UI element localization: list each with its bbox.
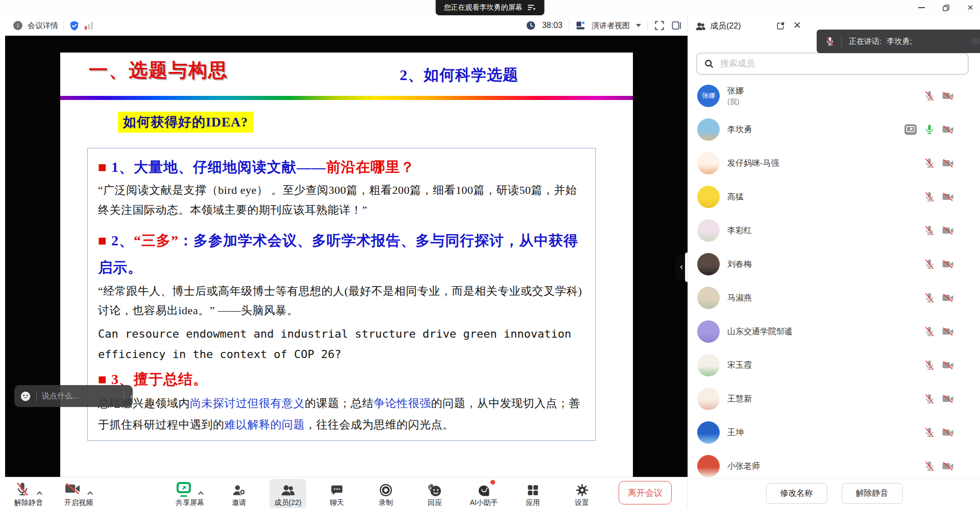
toolbar-item-chat[interactable]: 聊天	[318, 479, 355, 508]
member-row[interactable]: 王慧新	[688, 382, 980, 416]
mic-muted-icon	[924, 360, 935, 371]
toolbar-item-ai[interactable]: AI小助手	[465, 479, 502, 508]
quick-chat-input[interactable]: 说点什么... ‹	[14, 385, 133, 407]
toolbar-item-mic-muted[interactable]: 解除静音	[10, 479, 47, 508]
member-name: 高猛	[727, 192, 744, 202]
toolbar-item-apps[interactable]: 应用	[514, 479, 551, 508]
idea-highlight-label: 如何获得好的IDEA?	[118, 112, 253, 133]
members-icon	[695, 21, 706, 31]
slide-title-right: 2、如何科学选题	[400, 65, 519, 86]
member-row[interactable]: 王坤	[688, 416, 980, 449]
avatar	[697, 287, 720, 309]
toolbar-item-cam-off[interactable]: 开启视频	[60, 479, 97, 508]
camera-off-icon	[942, 460, 954, 472]
avatar	[697, 320, 720, 343]
shield-check-icon[interactable]	[69, 20, 80, 31]
member-name: 小张老师	[727, 461, 760, 472]
search-input[interactable]	[719, 58, 961, 69]
panel-unmute-button[interactable]: 解除静音	[842, 483, 903, 504]
avatar	[697, 118, 720, 141]
camera-off-icon	[942, 393, 954, 405]
speaking-banner: 正在讲话: 李坎勇;	[817, 30, 980, 53]
member-row[interactable]: 山东交通学院邹谧	[688, 315, 980, 348]
member-name: 张娜	[727, 86, 744, 96]
member-name: 李坎勇	[727, 124, 752, 135]
toolbar-item-members[interactable]: 成员(22)	[270, 479, 306, 508]
toolbar-item-label: 成员(22)	[275, 498, 302, 507]
member-row[interactable]: 宋玉霞	[688, 348, 980, 382]
member-search-box[interactable]	[696, 53, 969, 75]
chevron-up-icon[interactable]	[198, 491, 204, 495]
toolbar-item-record[interactable]: 录制	[368, 479, 404, 508]
member-row[interactable]: 发仔妈咪-马强	[688, 146, 980, 180]
muted-mic-icon	[825, 36, 835, 46]
view-mode-selector[interactable]: 演讲者视图	[592, 21, 630, 31]
chevron-down-icon[interactable]	[636, 24, 641, 27]
camera-off-icon	[942, 292, 954, 304]
member-row[interactable]: 李彩红	[688, 214, 980, 247]
bottom-toolbar: 解除静音开启视频 共享屏幕邀请成员(22)聊天录制回应AI小助手应用设置 离开会…	[0, 477, 688, 508]
close-panel-icon[interactable]: ✕	[793, 19, 801, 31]
text-segment: 1、大量地、仔细地阅读文献——	[111, 159, 326, 175]
member-name: 刘春梅	[727, 259, 752, 270]
camera-off-icon	[942, 426, 954, 439]
apps-icon	[526, 484, 540, 497]
text-segment: 难以解释的问题	[225, 418, 305, 431]
screen-share-title-pill[interactable]: 您正在观看李坎勇的屏幕	[436, 0, 545, 15]
toolbar-item-gear[interactable]: 设置	[564, 479, 600, 508]
share-list-icon[interactable]	[528, 4, 536, 11]
restore-button[interactable]	[941, 3, 950, 12]
chevron-up-icon[interactable]	[36, 491, 43, 495]
toolbar-item-invite[interactable]: 邀请	[220, 479, 257, 508]
mic-on-icon	[924, 124, 935, 135]
toolbar-item-share-screen[interactable]: 共享屏幕	[172, 479, 208, 508]
fullscreen-icon[interactable]	[654, 20, 665, 31]
toolbar-item-label: 共享屏幕	[176, 498, 204, 507]
member-row[interactable]: 张娜张娜(我)	[688, 79, 980, 113]
text-segment: ■	[98, 159, 111, 175]
member-row[interactable]: 马淑燕	[688, 281, 980, 315]
members-panel-title: 成员(22)	[710, 21, 741, 32]
sidebar-toggle-icon[interactable]	[671, 20, 681, 31]
mic-muted-icon	[924, 191, 935, 202]
notification-badge	[491, 480, 495, 485]
toolbar-item-label: 设置	[575, 498, 589, 507]
mic-muted-icon	[924, 90, 935, 101]
chat-collapse-icon[interactable]: ‹	[130, 392, 133, 400]
slide-point-body: 总结感兴趣领域内尚未探讨过但很有意义的课题；总结争论性很强的问题，从中发现切入点…	[98, 393, 585, 436]
avatar	[697, 455, 720, 477]
camera-off-icon	[942, 157, 954, 169]
minimize-button[interactable]	[917, 3, 926, 12]
emoji-icon[interactable]	[20, 391, 31, 402]
camera-off-icon	[942, 123, 954, 136]
rename-button[interactable]: 修改名称	[766, 483, 827, 504]
leave-meeting-button[interactable]: 离开会议	[619, 481, 672, 504]
cam-off-icon	[64, 480, 81, 497]
member-name: 王坤	[727, 427, 744, 438]
toolbar-item-reaction[interactable]: 回应	[416, 479, 453, 508]
reaction-icon	[427, 484, 443, 497]
camera-off-icon	[942, 325, 954, 338]
toolbar-item-label: AI小助手	[470, 498, 498, 507]
chevron-up-icon[interactable]	[87, 491, 93, 495]
mic-muted-icon	[924, 393, 935, 404]
text-segment: 2、	[111, 233, 134, 248]
member-row[interactable]: 刘春梅	[688, 247, 980, 281]
popout-panel-icon[interactable]	[776, 21, 786, 31]
avatar	[697, 186, 720, 208]
chat-placeholder[interactable]: 说点什么...	[42, 391, 79, 401]
panel-footer: 修改名称解除静音	[688, 478, 980, 508]
meeting-details-link[interactable]: 会议详情	[28, 21, 58, 31]
member-row[interactable]: 小张老师	[688, 449, 980, 478]
member-row[interactable]: 高猛	[688, 180, 980, 214]
close-window-button[interactable]: ✕	[966, 3, 975, 12]
slide-point-heading: ■ 3、擅于总结。	[98, 366, 585, 393]
slide-point-body: “经常跟牛人、博士后或高年级博士等有思想的人(最好不是相同专业，而是相关专业或交…	[98, 282, 585, 321]
speaking-label: 正在讲话:	[849, 37, 881, 46]
avatar	[697, 152, 720, 174]
member-row[interactable]: 李坎勇	[688, 113, 980, 146]
ai-icon	[476, 484, 492, 497]
members-icon	[280, 484, 296, 497]
network-signal-icon[interactable]	[85, 21, 93, 30]
slide-title-left: 一、选题与构思	[89, 58, 228, 83]
